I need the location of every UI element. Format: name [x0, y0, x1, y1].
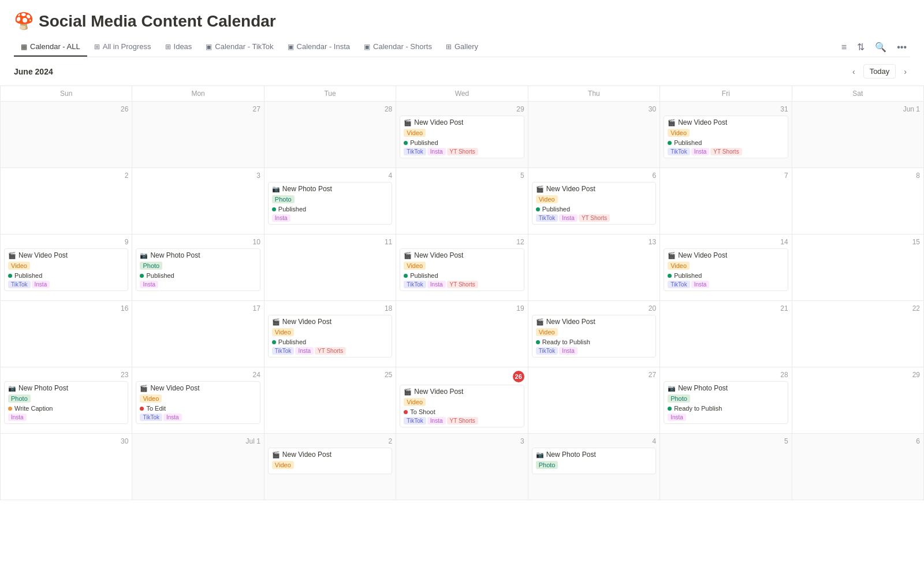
event-card[interactable]: 📷New Photo PostPhotoPublishedInsta [136, 248, 260, 291]
event-card[interactable]: 🎬New Video PostVideoPublishedTikTokInsta [664, 248, 788, 291]
event-card[interactable]: 🎬New Video PostVideo [268, 448, 392, 474]
platform-tag-tiktok: TikTok [668, 148, 690, 155]
tab-icon-all-in-progress: ⊞ [94, 43, 100, 51]
date-number: 24 [136, 371, 260, 379]
day-header-sat: Sat [792, 86, 924, 102]
tab-label-gallery: Gallery [454, 42, 478, 51]
event-card[interactable]: 🎬New Video PostVideoPublishedTikTokInsta… [532, 182, 656, 225]
event-card[interactable]: 📷New Photo PostPhotoReady to PublishInst… [664, 381, 788, 424]
day-cell-3: 3 [396, 434, 528, 500]
nav-tab-all-in-progress[interactable]: ⊞All in Progress [87, 38, 158, 57]
date-number: 15 [796, 238, 920, 246]
tab-label-calendar-tiktok: Calendar - TikTok [215, 42, 273, 51]
date-number: Jul 1 [136, 437, 260, 445]
event-card[interactable]: 🎬New Video PostVideoPublishedTikTokInsta… [400, 116, 524, 158]
platform-tag-yt-shorts: YT Shorts [579, 214, 610, 222]
event-status: Published [140, 272, 256, 279]
platform-tags: Insta [8, 414, 124, 421]
day-cell-27: 27 [528, 367, 660, 434]
event-title-text: New Video Post [678, 118, 727, 126]
nav-tab-calendar-shorts[interactable]: ▣Calendar - Shorts [357, 38, 439, 57]
day-cell-5: 5 [396, 168, 528, 234]
event-title-text: New Photo Post [282, 185, 332, 193]
video-icon: 🎬 [272, 318, 280, 326]
day-cell-28: 28 [264, 102, 396, 168]
event-card[interactable]: 🎬New Video PostVideoTo EditTikTokInsta [136, 381, 260, 424]
day-header-fri: Fri [660, 86, 792, 102]
date-number: 16 [4, 304, 128, 312]
status-text: Published [542, 206, 570, 213]
event-card[interactable]: 📷New Photo PostPhotoWrite CaptionInsta [4, 381, 128, 424]
status-text: Published [278, 338, 306, 345]
video-icon: 🎬 [536, 318, 544, 326]
status-text: Published [674, 139, 702, 146]
event-card[interactable]: 🎬New Video PostVideoPublishedTikTokInsta… [400, 248, 524, 291]
date-number: 6 [532, 172, 656, 180]
search-button[interactable]: 🔍 [871, 39, 890, 55]
status-text: Published [674, 272, 702, 279]
status-dot [140, 274, 144, 278]
type-tag: Photo [668, 394, 690, 403]
video-icon: 🎬 [668, 252, 676, 259]
platform-tag-insta: Insta [295, 347, 314, 355]
day-cell-10: 10📷New Photo PostPhotoPublishedInsta [132, 234, 264, 301]
status-dot [536, 207, 540, 211]
nav-tab-ideas[interactable]: ⊞Ideas [158, 38, 199, 57]
nav-actions: ≡ ⇅ 🔍 ••• [838, 39, 910, 55]
event-card[interactable]: 🎬New Video PostVideoPublishedTikTokInsta… [664, 116, 788, 158]
event-status: Published [536, 206, 652, 213]
day-cell-21: 21 [660, 301, 792, 367]
status-dot [404, 274, 408, 278]
event-title: 🎬New Video Post [272, 451, 388, 459]
event-card[interactable]: 📷New Photo PostPhotoPublishedInsta [268, 182, 392, 225]
date-number: 30 [532, 105, 656, 113]
app-header: 🍄 Social Media Content Calendar ▦Calenda… [0, 0, 924, 57]
status-dot [272, 207, 276, 211]
today-button[interactable]: Today [863, 64, 896, 79]
more-button[interactable]: ••• [893, 40, 910, 55]
event-card[interactable]: 🎬New Video PostVideoTo ShootTikTokInstaY… [400, 385, 524, 427]
status-text: To Edit [146, 405, 166, 412]
platform-tag-tiktok: TikTok [404, 281, 426, 288]
prev-month-button[interactable]: ‹ [849, 65, 859, 79]
nav-tab-gallery[interactable]: ⊞Gallery [439, 38, 485, 57]
platform-tag-insta: Insta [32, 281, 50, 288]
event-card[interactable]: 📷New Photo PostPhoto [532, 448, 656, 474]
day-cell-6: 6🎬New Video PostVideoPublishedTikTokInst… [528, 168, 660, 234]
filter-button[interactable]: ≡ [838, 40, 850, 55]
status-text: Published [410, 139, 438, 146]
event-card[interactable]: 🎬New Video PostVideoReady to PublishTikT… [532, 315, 656, 358]
event-title: 📷New Photo Post [8, 384, 124, 392]
platform-tag-tiktok: TikTok [8, 281, 31, 288]
nav-tab-calendar-all[interactable]: ▦Calendar - ALL [14, 38, 87, 57]
date-number: 10 [136, 238, 260, 246]
event-card[interactable]: 🎬New Video PostVideoPublishedTikTokInsta… [268, 315, 392, 358]
nav-tab-calendar-tiktok[interactable]: ▣Calendar - TikTok [199, 38, 280, 57]
type-tag: Video [404, 129, 426, 137]
nav-tab-calendar-insta[interactable]: ▣Calendar - Insta [281, 38, 357, 57]
platform-tags: TikTokInsta [668, 281, 784, 288]
event-title-text: New Video Post [546, 185, 595, 193]
event-title-text: New Photo Post [678, 384, 728, 392]
calendar-nav: ‹ Today › [849, 64, 910, 79]
event-title: 🎬New Video Post [140, 384, 256, 392]
platform-tags: TikTokInstaYT Shorts [404, 417, 520, 425]
platform-tags: TikTokInstaYT Shorts [272, 347, 388, 355]
platform-tag-tiktok: TikTok [404, 417, 426, 425]
event-card[interactable]: 🎬New Video PostVideoPublishedTikTokInsta [4, 248, 128, 291]
date-number: 27 [136, 105, 260, 113]
platform-tag-yt-shorts: YT Shorts [315, 347, 346, 355]
date-number: 18 [268, 304, 392, 312]
event-title: 🎬New Video Post [668, 251, 784, 259]
date-number: Jun 1 [796, 105, 920, 113]
sort-button[interactable]: ⇅ [854, 39, 868, 55]
day-cell-7: 7 [660, 168, 792, 234]
event-title: 🎬New Video Post [668, 118, 784, 126]
day-cell-16: 16 [1, 301, 132, 367]
day-cell-2: 2🎬New Video PostVideo [264, 434, 396, 500]
event-title-text: New Photo Post [18, 384, 68, 392]
platform-tags: TikTokInsta [536, 347, 652, 355]
calendar-month-label: June 2024 [14, 67, 53, 76]
next-month-button[interactable]: › [900, 65, 910, 79]
date-number: 2 [4, 172, 128, 180]
